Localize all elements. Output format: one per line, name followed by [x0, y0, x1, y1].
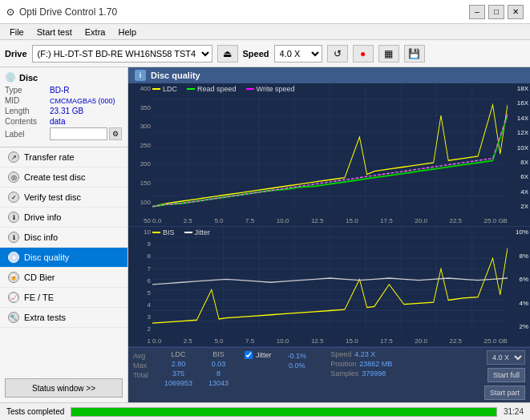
disc-label-input[interactable]: [50, 127, 107, 140]
maximize-button[interactable]: □: [488, 5, 504, 19]
nav-label-transfer-rate: Transfer rate: [24, 152, 75, 162]
disc-header: 💿 Disc: [5, 72, 123, 83]
close-button[interactable]: ✕: [508, 5, 524, 19]
menu-start-test[interactable]: Start test: [30, 26, 79, 38]
disc-type-label: Type: [5, 86, 50, 95]
nav-item-cd-bier[interactable]: 🍺 CD Bier: [0, 268, 127, 288]
disc-mid-value: CMCMAGBA5 (000): [50, 97, 115, 105]
app-title: Opti Drive Control 1.70: [19, 6, 117, 18]
speed-control-row: 4.0 X 2.0 X 1.0 X: [487, 350, 525, 365]
disc-label-row: Label ⚙: [5, 127, 123, 140]
disc-panel: 💿 Disc Type BD-R MID CMCMAGBA5 (000) Len…: [0, 67, 127, 147]
bottom-chart-section: BIS Jitter 10 9 8 7 6 5 4 3: [128, 227, 530, 347]
menu-extra[interactable]: Extra: [79, 26, 112, 38]
menubar: File Start test Extra Help: [0, 24, 530, 40]
drive-info-icon: ℹ: [8, 212, 19, 223]
chart-header-icon: i: [135, 70, 146, 81]
disc-mid-label: MID: [5, 96, 50, 105]
disc-length-row: Length 23.31 GB: [5, 107, 123, 115]
start-part-button[interactable]: Start part: [484, 386, 525, 400]
nav-item-create-test-disc[interactable]: ◎ Create test disc: [0, 168, 127, 188]
fe-te-icon: 📈: [8, 292, 19, 303]
jitter-checkbox[interactable]: [245, 351, 253, 359]
speed-select[interactable]: 4.0 X: [274, 45, 322, 63]
nav-label-fe-te: FE / TE: [24, 293, 54, 302]
nav-item-verify-test-disc[interactable]: ✓ Verify test disc: [0, 188, 127, 208]
disc-label-label: Label: [5, 130, 50, 139]
right-panel: i Disc quality LDC Read speed: [128, 67, 530, 402]
disc-contents-row: Contents data: [5, 117, 123, 126]
stats-bar: Avg Max Total LDC 2.80 375 1069953 BIS 0…: [128, 347, 530, 402]
bis-avg: 0.03: [208, 360, 229, 368]
app-icon: ⊙: [6, 6, 14, 18]
bottom-chart-y-axis: 10 9 8 7 6 5 4 3 2 1: [128, 227, 152, 346]
position-row: Position 23862 MB: [330, 360, 392, 368]
eject-button[interactable]: ⏏: [217, 45, 238, 63]
disc-type-row: Type BD-R: [5, 86, 123, 95]
cd-bier-icon: 🍺: [8, 272, 19, 283]
disc-label-button[interactable]: ⚙: [109, 127, 122, 140]
nav-item-fe-te[interactable]: 📈 FE / TE: [0, 288, 127, 308]
disc-type-value: BD-R: [50, 86, 69, 95]
nav-item-disc-info[interactable]: ℹ Disc info: [0, 228, 127, 248]
ldc-header: LDC: [164, 350, 192, 358]
legend-bis: BIS: [152, 228, 175, 236]
bis-max: 8: [208, 370, 229, 378]
top-chart-x-axis: 0.0 2.5 5.0 7.5 10.0 12.5 15.0 17.5 20.0…: [152, 217, 508, 224]
bottom-chart-x-axis: 0.0 2.5 5.0 7.5 10.0 12.5 15.0 17.5 20.0…: [152, 337, 508, 345]
start-full-button[interactable]: Start full: [488, 368, 525, 382]
disc-info-icon: ℹ: [8, 232, 19, 243]
disc-header-title: Disc: [19, 73, 38, 83]
jitter-checkbox-row: Jitter: [245, 351, 272, 359]
charts-container: LDC Read speed Write speed 400 350 300: [128, 83, 530, 402]
bis-stats: BIS 0.03 8 13043: [208, 350, 229, 387]
disc-icon: 💿: [5, 72, 16, 83]
progress-bar-fill: [71, 408, 496, 416]
jitter-header: Jitter: [256, 351, 272, 359]
disc-contents-label: Contents: [5, 117, 50, 126]
chart-header: i Disc quality: [128, 67, 530, 83]
nav-item-transfer-rate[interactable]: ↗ Transfer rate: [0, 147, 127, 168]
legend-jitter: Jitter: [184, 228, 211, 236]
position-value: 23862 MB: [359, 360, 392, 368]
status-time: 31:24: [504, 407, 524, 416]
top-chart-section: LDC Read speed Write speed 400 350 300: [128, 83, 530, 227]
disc-quality-icon: ★: [8, 252, 19, 263]
nav-label-disc-info: Disc info: [24, 232, 58, 242]
minimize-button[interactable]: –: [469, 5, 485, 19]
nav-label-cd-bier: CD Bier: [24, 273, 55, 282]
ldc-total: 1069953: [164, 379, 192, 387]
nav-item-disc-quality[interactable]: ★ Disc quality: [0, 248, 127, 268]
ldc-avg: 2.80: [164, 360, 192, 368]
titlebar: ⊙ Opti Drive Control 1.70 – □ ✕: [0, 0, 530, 24]
disc-length-label: Length: [5, 107, 50, 115]
nav-label-verify-test-disc: Verify test disc: [24, 192, 81, 202]
titlebar-controls: – □ ✕: [469, 5, 524, 19]
chart-button[interactable]: ▦: [378, 45, 399, 63]
legend-read-speed: Read speed: [187, 85, 237, 93]
bis-header: BIS: [208, 350, 229, 358]
speed-row: Speed 4.23 X: [330, 350, 392, 358]
progress-bar: [71, 407, 497, 417]
speed-dropdown[interactable]: 4.0 X 2.0 X 1.0 X: [487, 350, 525, 365]
save-button[interactable]: 💾: [404, 45, 425, 63]
record-button[interactable]: ●: [353, 45, 374, 63]
top-chart-y-axis-right: 18X 16X 14X 12X 10X 8X 6X 4X 2X: [508, 83, 530, 212]
menu-file[interactable]: File: [3, 26, 30, 38]
top-chart-svg: [152, 83, 508, 212]
drive-select[interactable]: (F:) HL-DT-ST BD-RE WH16NS58 TST4: [32, 45, 212, 63]
bottom-chart-y-axis-right: 10% 8% 6% 4% 2%: [508, 227, 530, 332]
status-window-button[interactable]: Status window >>: [5, 378, 123, 398]
drive-label: Drive: [5, 49, 27, 59]
sidebar: 💿 Disc Type BD-R MID CMCMAGBA5 (000) Len…: [0, 67, 128, 402]
nav-item-extra-tests[interactable]: 🔧 Extra tests: [0, 308, 127, 328]
statusbar: Tests completed 31:24: [0, 402, 530, 420]
nav-label-disc-quality: Disc quality: [24, 252, 69, 262]
speed-label: Speed: [243, 49, 269, 59]
nav-item-drive-info[interactable]: ℹ Drive info: [0, 208, 127, 228]
stats-labels: Avg Max Total: [133, 350, 148, 379]
refresh-button[interactable]: ↺: [327, 45, 348, 63]
menu-help[interactable]: Help: [111, 26, 143, 38]
action-buttons: 4.0 X 2.0 X 1.0 X Start full Start part: [484, 350, 525, 400]
create-test-disc-icon: ◎: [8, 172, 19, 183]
